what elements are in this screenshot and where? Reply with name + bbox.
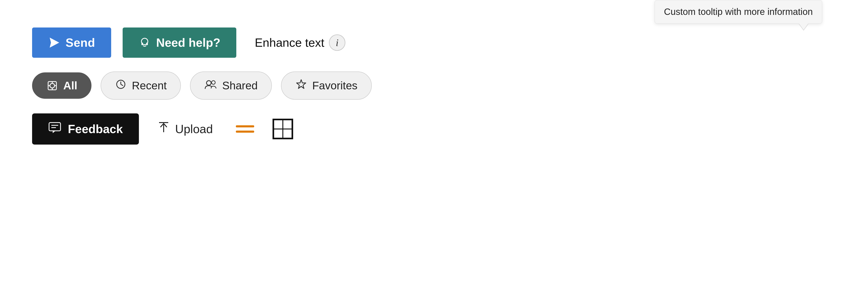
recent-icon xyxy=(115,79,127,93)
svg-marker-15 xyxy=(297,80,306,88)
feedback-button[interactable]: Feedback xyxy=(32,114,139,145)
svg-point-13 xyxy=(207,81,211,85)
filter-recent-label: Recent xyxy=(132,79,167,92)
headset-icon xyxy=(139,37,151,49)
svg-point-5 xyxy=(50,83,55,88)
line-bar-2 xyxy=(236,131,254,133)
shared-icon xyxy=(204,79,217,93)
send-icon xyxy=(48,37,60,49)
list-view-button[interactable] xyxy=(236,125,254,133)
filter-all-button[interactable]: All xyxy=(32,72,91,99)
svg-rect-3 xyxy=(146,42,148,45)
filter-all-label: All xyxy=(63,79,77,92)
feedback-icon xyxy=(48,122,61,136)
need-help-button[interactable]: Need help? xyxy=(123,28,236,58)
line-bar-1 xyxy=(236,125,254,127)
send-button[interactable]: Send xyxy=(32,28,111,58)
info-icon-button[interactable]: i xyxy=(329,34,345,51)
grid-cell-tl xyxy=(274,120,283,129)
action-row-1: Custom tooltip with more information Sen… xyxy=(32,28,836,58)
filter-shared-label: Shared xyxy=(222,79,258,92)
filter-shared-button[interactable]: Shared xyxy=(190,71,272,100)
toolbar-row: Feedback Upload xyxy=(32,114,836,145)
upload-icon xyxy=(157,121,170,137)
enhance-text-group: Enhance text i xyxy=(255,34,345,51)
svg-rect-16 xyxy=(49,123,61,131)
grid-cell-bl xyxy=(274,129,283,138)
grid-cell-br xyxy=(283,129,292,138)
svg-rect-2 xyxy=(142,42,143,45)
svg-line-12 xyxy=(121,84,123,86)
favorites-icon xyxy=(295,79,307,93)
tooltip-box: Custom tooltip with more information xyxy=(655,0,822,24)
send-label: Send xyxy=(66,36,95,50)
upload-button[interactable]: Upload xyxy=(157,121,213,137)
grid-view-button[interactable] xyxy=(273,119,293,139)
all-icon xyxy=(46,80,58,92)
upload-label: Upload xyxy=(175,122,213,136)
grid-cell-tr xyxy=(283,120,292,129)
feedback-label: Feedback xyxy=(68,122,123,136)
filter-favorites-button[interactable]: Favorites xyxy=(281,71,372,100)
tooltip-text: Custom tooltip with more information xyxy=(664,7,813,17)
filter-recent-button[interactable]: Recent xyxy=(101,71,181,100)
filter-favorites-label: Favorites xyxy=(312,79,357,92)
need-help-label: Need help? xyxy=(156,36,220,50)
info-icon: i xyxy=(336,37,339,49)
enhance-text-label: Enhance text xyxy=(255,36,324,50)
svg-point-14 xyxy=(212,81,215,84)
filter-row: All Recent Shar xyxy=(32,71,836,100)
svg-marker-0 xyxy=(50,38,59,48)
